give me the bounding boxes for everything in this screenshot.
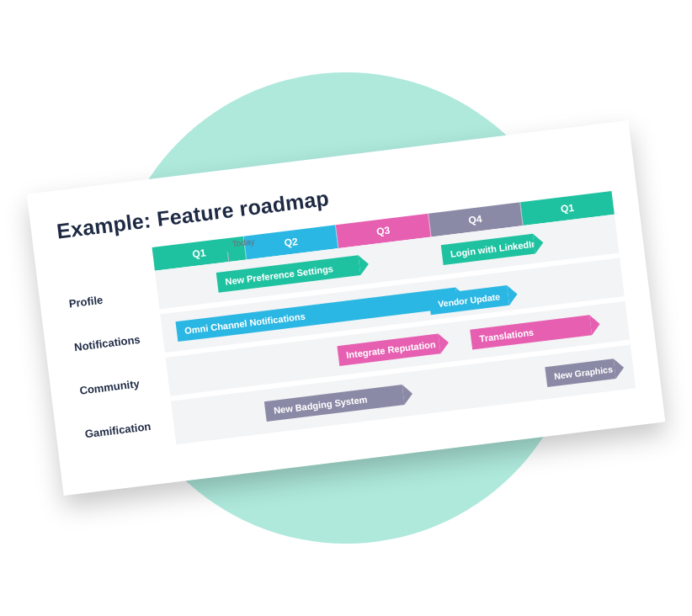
bar-integrate-reputation: Integrate Reputation [337, 333, 440, 366]
bar-translations: Translations [470, 315, 592, 349]
bar-new-preference-settings: New Preference Settings [216, 255, 360, 293]
bar-new-graphics: New Graphics [545, 358, 616, 387]
bar-login-with-linkedin: Login with LinkedIn [441, 234, 535, 265]
roadmap-card: Example: Feature roadmap Profile Notific… [27, 120, 666, 496]
bar-new-badging-system: New Badging System [264, 385, 405, 422]
